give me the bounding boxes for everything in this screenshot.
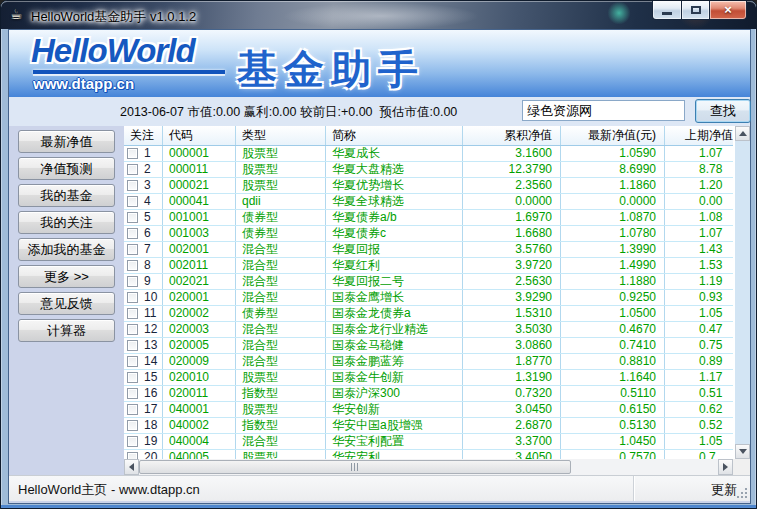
code-cell: 020003 [163, 322, 236, 337]
table-row[interactable]: 14020009混合型国泰金鹏蓝筹1.87700.88100.89 [124, 354, 733, 370]
find-button[interactable]: 查找 [695, 99, 751, 123]
table-row[interactable]: 17040001股票型华安创新3.04500.61500.62 [124, 402, 733, 418]
sidebar-button-6[interactable]: 更多 >> [18, 265, 115, 288]
watch-checkbox[interactable] [127, 356, 138, 367]
watch-checkbox[interactable] [127, 164, 138, 175]
watch-checkbox[interactable] [127, 340, 138, 351]
status-panel-update: 更新 [634, 476, 750, 501]
app-title: 基金助手 [237, 42, 425, 97]
watch-checkbox[interactable] [127, 212, 138, 223]
row-number: 2 [144, 162, 151, 176]
row-number: 15 [144, 370, 157, 384]
scroll-right-button[interactable] [718, 459, 733, 475]
acc-cell: 3.9720 [463, 258, 561, 273]
watch-checkbox[interactable] [127, 292, 138, 303]
watch-checkbox[interactable] [127, 324, 138, 335]
prev-cell: 1.08 [665, 210, 733, 225]
status-update-text: 更新 [711, 481, 737, 499]
name-cell: 华夏回报 [326, 242, 463, 257]
acc-cell: 3.5760 [463, 242, 561, 257]
watch-checkbox[interactable] [127, 276, 138, 287]
watch-checkbox[interactable] [127, 196, 138, 207]
watch-checkbox[interactable] [127, 452, 138, 459]
latest-cell: 0.8810 [561, 354, 665, 369]
table-row[interactable]: 18040002指数型华安中国a股增强2.68700.51300.52 [124, 418, 733, 434]
maximize-button[interactable] [682, 1, 710, 20]
sidebar-button-7[interactable]: 意见反馈 [18, 292, 115, 315]
row-number: 14 [144, 354, 157, 368]
sidebar-button-1[interactable]: 最新净值 [18, 130, 115, 153]
acc-cell: 3.4050 [463, 450, 561, 459]
column-header[interactable]: 类型 [236, 126, 326, 145]
horizontal-scrollbar-thumb[interactable] [139, 460, 571, 474]
acc-cell: 2.5630 [463, 274, 561, 289]
watch-checkbox[interactable] [127, 404, 138, 415]
sidebar-button-5[interactable]: 添加我的基金 [18, 238, 115, 261]
info-bar: 2013-06-07 市值:0.00 赢利:0.00 较前日:+0.00 预估市… [9, 97, 750, 126]
name-cell: 国泰金龙行业精选 [326, 322, 463, 337]
minimize-button[interactable] [652, 1, 682, 20]
type-cell: 指数型 [236, 386, 326, 401]
watch-checkbox[interactable] [127, 228, 138, 239]
table-row[interactable]: 10020001混合型国泰金鹰增长3.92900.92500.93 [124, 290, 733, 306]
watch-cell: 16 [124, 386, 163, 401]
watch-checkbox[interactable] [127, 436, 138, 447]
chevron-right-icon [723, 463, 728, 471]
table-row[interactable]: 15020010股票型国泰金牛创新1.31901.16401.17 [124, 370, 733, 386]
row-number: 12 [144, 322, 157, 336]
watch-checkbox[interactable] [127, 148, 138, 159]
column-header[interactable]: 代码 [163, 126, 236, 145]
watch-checkbox[interactable] [127, 244, 138, 255]
watch-checkbox[interactable] [127, 180, 138, 191]
resize-grip[interactable] [737, 488, 748, 499]
horizontal-scrollbar[interactable] [124, 459, 733, 475]
table-row[interactable]: 19040004混合型华安宝利配置3.37001.04501.05 [124, 434, 733, 450]
table-row[interactable]: 16020011指数型国泰沪深3000.73200.51100.51 [124, 386, 733, 402]
table-row[interactable]: 1000001股票型华夏成长3.16001.05901.07 [124, 146, 733, 162]
watch-cell: 1 [124, 146, 163, 161]
code-cell: 020010 [163, 370, 236, 385]
prev-cell: 1.07 [665, 226, 733, 241]
column-header[interactable]: 最新净值(元) [561, 126, 665, 145]
watch-cell: 4 [124, 194, 163, 209]
sidebar-button-4[interactable]: 我的关注 [18, 211, 115, 234]
minimize-icon [662, 12, 672, 15]
prev-cell: 1.05 [665, 434, 733, 449]
watch-checkbox[interactable] [127, 372, 138, 383]
table-row[interactable]: 5001001债券型华夏债券a/b1.69701.08701.08 [124, 210, 733, 226]
close-button[interactable]: × [710, 1, 747, 20]
table-row[interactable]: 11020002债券型国泰金龙债券a1.53101.05001.05 [124, 306, 733, 322]
watch-checkbox[interactable] [127, 420, 138, 431]
sidebar-button-8[interactable]: 计算器 [18, 319, 115, 342]
acc-cell: 1.6970 [463, 210, 561, 225]
sidebar-button-2[interactable]: 净值预测 [18, 157, 115, 180]
table-row[interactable]: 12020003混合型国泰金龙行业精选3.50300.46700.47 [124, 322, 733, 338]
table-row[interactable]: 2000011股票型华夏大盘精选12.37908.69908.78 [124, 162, 733, 178]
column-header[interactable]: 上期净值(元) [665, 126, 733, 145]
watch-checkbox[interactable] [127, 308, 138, 319]
table-row[interactable]: 8002011混合型华夏红利3.97201.49901.53 [124, 258, 733, 274]
column-header[interactable]: 累积净值 [463, 126, 561, 145]
scroll-left-button[interactable] [124, 459, 139, 475]
table-body: 1000001股票型华夏成长3.16001.05901.072000011股票型… [124, 146, 733, 459]
table-row[interactable]: 4000041qdii华夏全球精选0.00000.00000.00 [124, 194, 733, 210]
prev-cell: 1.19 [665, 274, 733, 289]
watch-checkbox[interactable] [127, 388, 138, 399]
table-row[interactable]: 3000021股票型华夏优势增长2.35601.18601.20 [124, 178, 733, 194]
table-row[interactable]: 9002021混合型华夏回报二号2.56301.18801.19 [124, 274, 733, 290]
vertical-scrollbar[interactable] [735, 126, 750, 459]
watch-cell: 19 [124, 434, 163, 449]
latest-cell: 8.6990 [561, 162, 665, 177]
title-bar[interactable]: ☕ HelloWorld基金助手 v1.0.1.2 × [1, 1, 756, 29]
search-input[interactable] [522, 100, 685, 121]
watch-checkbox[interactable] [127, 260, 138, 271]
sidebar-button-3[interactable]: 我的基金 [18, 184, 115, 207]
table-row[interactable]: 7002001混合型华夏回报3.57601.39901.43 [124, 242, 733, 258]
scroll-up-button[interactable] [735, 126, 750, 141]
table-row[interactable]: 6001003债券型华夏债券c1.66801.07801.07 [124, 226, 733, 242]
scroll-down-button[interactable] [735, 444, 750, 459]
column-header[interactable]: 关注 [124, 126, 163, 145]
table-row[interactable]: 13020005混合型国泰金马稳健3.08600.74100.75 [124, 338, 733, 354]
column-header[interactable]: 简称 [326, 126, 463, 145]
table-row[interactable]: 20040005股票型华安宏利3.40500.75700.7 [124, 450, 733, 459]
